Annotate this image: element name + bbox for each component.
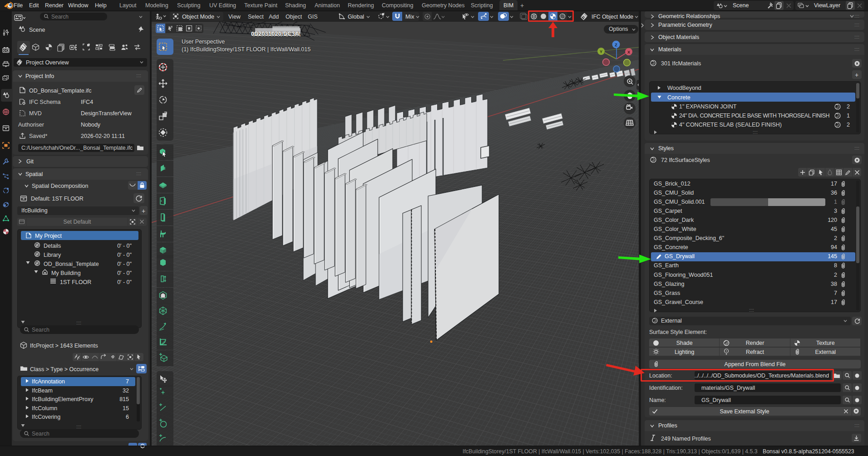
svg-text:X: X	[627, 50, 630, 54]
svg-text:Z: Z	[615, 43, 617, 47]
svg-text:Y: Y	[600, 49, 602, 54]
